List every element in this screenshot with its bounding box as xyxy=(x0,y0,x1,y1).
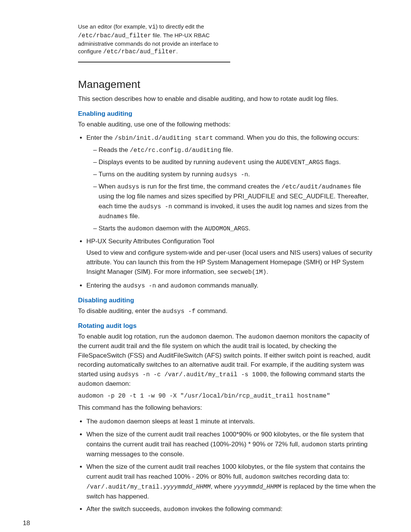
enable-sublist: Reads the /etc/rc.config.d/auditing file… xyxy=(86,145,377,233)
list-item: The audomon daemon sleeps at least 1 min… xyxy=(86,417,377,427)
list-item: HP-UX Security Attributes Configuration … xyxy=(86,236,377,277)
rotate-heading: Rotating audit logs xyxy=(78,322,377,330)
section-intro: This section describes how to enable and… xyxy=(78,94,377,104)
section-heading: Management xyxy=(78,78,377,91)
list-item: When audsys is run for the first time, t… xyxy=(93,182,377,221)
list-item: Turns on the auditing system by running … xyxy=(93,169,377,179)
enable-intro: To enable auditing, use one of the follo… xyxy=(78,120,377,129)
enable-heading: Enabling auditing xyxy=(78,110,377,118)
list-item: After the switch succeeds, audomon invok… xyxy=(86,504,377,514)
page-number: 18 xyxy=(23,519,30,527)
rotate-list: The audomon daemon sleeps at least 1 min… xyxy=(78,417,377,514)
note-code-vi: vi xyxy=(148,24,156,30)
list-item: Enter the /sbin/init.d/auditing start co… xyxy=(86,133,377,233)
rotate-command: audomon -p 20 -t 1 -w 90 -X "/usr/local/… xyxy=(78,393,377,399)
list-item: Reads the /etc/rc.config.d/auditing file… xyxy=(93,145,377,155)
divider xyxy=(78,62,230,62)
rotate-para1: To enable audit log rotation, run the au… xyxy=(78,332,377,389)
note-text: . xyxy=(176,48,178,54)
disable-text: To disable auditing, enter the audsys -f… xyxy=(78,307,377,316)
list-item: When the size of the current audit trail… xyxy=(86,430,377,459)
list-item: When the size of the current audit trail… xyxy=(86,462,377,501)
note-text: Use an editor (for example, xyxy=(78,23,148,30)
list-item: Displays events to be audited by running… xyxy=(93,157,377,167)
enable-list: Enter the /sbin/init.d/auditing start co… xyxy=(78,133,377,290)
list-item: Starts the audomon daemon with the AUDOM… xyxy=(93,224,377,233)
list-item-body: Used to view and configure system-wide a… xyxy=(86,248,377,276)
note-code-path: /etc/rbac/aud_filter xyxy=(78,32,151,39)
list-item: Entering the audsys -n and audomon comma… xyxy=(86,281,377,291)
note-box: Use an editor (for example, vi) to direc… xyxy=(78,23,230,56)
rotate-para2: This command has the following behaviors… xyxy=(78,403,377,413)
disable-heading: Disabling auditing xyxy=(78,297,377,304)
note-text: ) to directly edit the xyxy=(156,23,204,30)
note-code-path2: /etc/rbac/aud_filter xyxy=(103,48,176,55)
